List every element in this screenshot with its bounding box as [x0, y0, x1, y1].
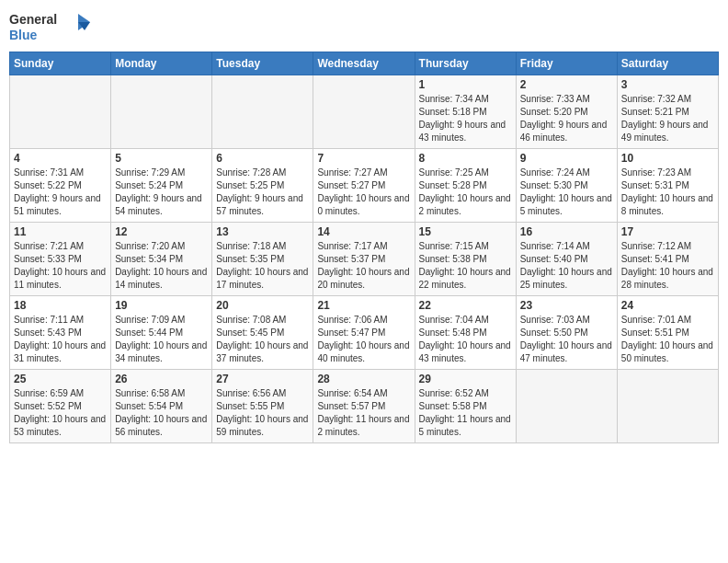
day-number: 2 — [520, 78, 613, 91]
day-info: Sunrise: 7:06 AM Sunset: 5:47 PM Dayligh… — [317, 314, 410, 365]
calendar: SundayMondayTuesdayWednesdayThursdayFrid… — [9, 52, 719, 443]
calendar-cell: 11Sunrise: 7:21 AM Sunset: 5:33 PM Dayli… — [10, 223, 111, 296]
calendar-cell: 25Sunrise: 6:59 AM Sunset: 5:52 PM Dayli… — [10, 370, 111, 443]
calendar-cell — [212, 75, 313, 149]
day-info: Sunrise: 7:01 AM Sunset: 5:51 PM Dayligh… — [621, 314, 714, 365]
day-number: 4 — [14, 152, 107, 165]
day-info: Sunrise: 6:58 AM Sunset: 5:54 PM Dayligh… — [115, 387, 208, 439]
day-info: Sunrise: 7:29 AM Sunset: 5:24 PM Dayligh… — [115, 167, 208, 218]
day-number: 28 — [317, 373, 410, 385]
calendar-week-2: 4Sunrise: 7:31 AM Sunset: 5:22 PM Daylig… — [10, 149, 719, 223]
calendar-cell: 2Sunrise: 7:33 AM Sunset: 5:20 PM Daylig… — [516, 75, 617, 149]
day-info: Sunrise: 7:23 AM Sunset: 5:31 PM Dayligh… — [621, 167, 714, 218]
weekday-header-wednesday: Wednesday — [313, 52, 415, 75]
calendar-cell — [516, 370, 617, 443]
day-info: Sunrise: 7:28 AM Sunset: 5:25 PM Dayligh… — [216, 167, 309, 218]
weekday-header-sunday: Sunday — [10, 52, 111, 75]
day-number: 21 — [317, 299, 410, 312]
day-number: 11 — [14, 225, 107, 238]
calendar-cell: 10Sunrise: 7:23 AM Sunset: 5:31 PM Dayli… — [617, 149, 718, 223]
logo: GeneralBlue — [9, 9, 92, 46]
day-number: 9 — [520, 152, 613, 165]
day-number: 24 — [621, 299, 714, 312]
day-number: 29 — [419, 373, 512, 385]
calendar-cell: 28Sunrise: 6:54 AM Sunset: 5:57 PM Dayli… — [313, 370, 415, 443]
day-number: 17 — [621, 225, 714, 238]
calendar-cell: 7Sunrise: 7:27 AM Sunset: 5:27 PM Daylig… — [313, 149, 415, 223]
calendar-cell: 16Sunrise: 7:14 AM Sunset: 5:40 PM Dayli… — [516, 223, 617, 296]
day-number: 12 — [115, 225, 208, 238]
day-info: Sunrise: 7:32 AM Sunset: 5:21 PM Dayligh… — [621, 93, 714, 144]
day-info: Sunrise: 7:20 AM Sunset: 5:34 PM Dayligh… — [115, 240, 208, 292]
svg-text:Blue: Blue — [9, 28, 38, 42]
day-number: 25 — [14, 373, 107, 385]
day-number: 23 — [520, 299, 613, 312]
day-info: Sunrise: 7:12 AM Sunset: 5:41 PM Dayligh… — [621, 240, 714, 292]
day-number: 27 — [216, 373, 309, 385]
day-info: Sunrise: 7:33 AM Sunset: 5:20 PM Dayligh… — [520, 93, 613, 144]
calendar-cell: 26Sunrise: 6:58 AM Sunset: 5:54 PM Dayli… — [111, 370, 212, 443]
day-info: Sunrise: 7:11 AM Sunset: 5:43 PM Dayligh… — [14, 314, 107, 365]
calendar-cell — [111, 75, 212, 149]
day-info: Sunrise: 7:18 AM Sunset: 5:35 PM Dayligh… — [216, 240, 309, 292]
weekday-header-thursday: Thursday — [415, 52, 516, 75]
calendar-cell — [313, 75, 415, 149]
day-number: 1 — [419, 78, 512, 91]
calendar-cell: 20Sunrise: 7:08 AM Sunset: 5:45 PM Dayli… — [212, 296, 313, 370]
calendar-cell: 29Sunrise: 6:52 AM Sunset: 5:58 PM Dayli… — [415, 370, 516, 443]
day-number: 5 — [115, 152, 208, 165]
day-info: Sunrise: 7:31 AM Sunset: 5:22 PM Dayligh… — [14, 167, 107, 218]
day-number: 6 — [216, 152, 309, 165]
day-info: Sunrise: 7:03 AM Sunset: 5:50 PM Dayligh… — [520, 314, 613, 365]
day-info: Sunrise: 7:27 AM Sunset: 5:27 PM Dayligh… — [317, 167, 410, 218]
calendar-cell: 15Sunrise: 7:15 AM Sunset: 5:38 PM Dayli… — [415, 223, 516, 296]
calendar-cell: 12Sunrise: 7:20 AM Sunset: 5:34 PM Dayli… — [111, 223, 212, 296]
calendar-cell: 5Sunrise: 7:29 AM Sunset: 5:24 PM Daylig… — [111, 149, 212, 223]
day-info: Sunrise: 7:17 AM Sunset: 5:37 PM Dayligh… — [317, 240, 410, 292]
calendar-header-row: SundayMondayTuesdayWednesdayThursdayFrid… — [10, 52, 719, 75]
day-info: Sunrise: 7:25 AM Sunset: 5:28 PM Dayligh… — [419, 167, 512, 218]
calendar-week-4: 18Sunrise: 7:11 AM Sunset: 5:43 PM Dayli… — [10, 296, 719, 370]
day-number: 19 — [115, 299, 208, 312]
calendar-cell: 1Sunrise: 7:34 AM Sunset: 5:18 PM Daylig… — [415, 75, 516, 149]
day-info: Sunrise: 7:09 AM Sunset: 5:44 PM Dayligh… — [115, 314, 208, 365]
calendar-week-5: 25Sunrise: 6:59 AM Sunset: 5:52 PM Dayli… — [10, 370, 719, 443]
day-number: 15 — [419, 225, 512, 238]
calendar-cell: 13Sunrise: 7:18 AM Sunset: 5:35 PM Dayli… — [212, 223, 313, 296]
day-number: 20 — [216, 299, 309, 312]
calendar-week-1: 1Sunrise: 7:34 AM Sunset: 5:18 PM Daylig… — [10, 75, 719, 149]
calendar-cell: 23Sunrise: 7:03 AM Sunset: 5:50 PM Dayli… — [516, 296, 617, 370]
weekday-header-tuesday: Tuesday — [212, 52, 313, 75]
day-info: Sunrise: 6:52 AM Sunset: 5:58 PM Dayligh… — [419, 387, 512, 439]
day-number: 7 — [317, 152, 410, 165]
calendar-cell: 4Sunrise: 7:31 AM Sunset: 5:22 PM Daylig… — [10, 149, 111, 223]
weekday-header-saturday: Saturday — [617, 52, 718, 75]
day-info: Sunrise: 7:34 AM Sunset: 5:18 PM Dayligh… — [419, 93, 512, 144]
calendar-cell: 18Sunrise: 7:11 AM Sunset: 5:43 PM Dayli… — [10, 296, 111, 370]
day-number: 10 — [621, 152, 714, 165]
day-info: Sunrise: 7:24 AM Sunset: 5:30 PM Dayligh… — [520, 167, 613, 218]
day-info: Sunrise: 7:08 AM Sunset: 5:45 PM Dayligh… — [216, 314, 309, 365]
header: GeneralBlue — [9, 9, 719, 46]
calendar-cell: 6Sunrise: 7:28 AM Sunset: 5:25 PM Daylig… — [212, 149, 313, 223]
calendar-cell — [617, 370, 718, 443]
day-info: Sunrise: 7:21 AM Sunset: 5:33 PM Dayligh… — [14, 240, 107, 292]
day-number: 14 — [317, 225, 410, 238]
day-info: Sunrise: 7:14 AM Sunset: 5:40 PM Dayligh… — [520, 240, 613, 292]
calendar-cell: 27Sunrise: 6:56 AM Sunset: 5:55 PM Dayli… — [212, 370, 313, 443]
day-number: 18 — [14, 299, 107, 312]
calendar-cell: 17Sunrise: 7:12 AM Sunset: 5:41 PM Dayli… — [617, 223, 718, 296]
calendar-cell: 21Sunrise: 7:06 AM Sunset: 5:47 PM Dayli… — [313, 296, 415, 370]
logo-svg: GeneralBlue — [9, 9, 92, 46]
day-info: Sunrise: 6:56 AM Sunset: 5:55 PM Dayligh… — [216, 387, 309, 439]
day-number: 8 — [419, 152, 512, 165]
day-info: Sunrise: 6:54 AM Sunset: 5:57 PM Dayligh… — [317, 387, 410, 439]
day-info: Sunrise: 6:59 AM Sunset: 5:52 PM Dayligh… — [14, 387, 107, 439]
day-number: 3 — [621, 78, 714, 91]
day-number: 16 — [520, 225, 613, 238]
weekday-header-friday: Friday — [516, 52, 617, 75]
day-number: 26 — [115, 373, 208, 385]
calendar-cell — [10, 75, 111, 149]
svg-text:General: General — [9, 12, 57, 27]
calendar-cell: 19Sunrise: 7:09 AM Sunset: 5:44 PM Dayli… — [111, 296, 212, 370]
